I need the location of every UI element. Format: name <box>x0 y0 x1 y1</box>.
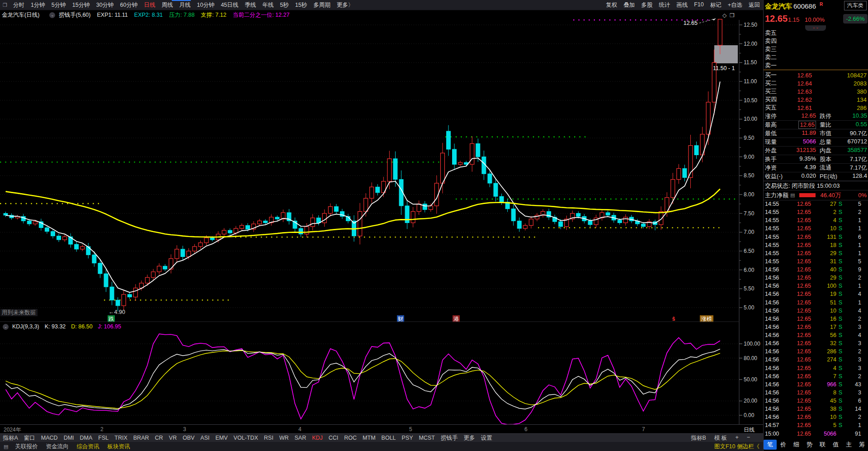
indicator-tab-ASI[interactable]: ASI <box>198 435 212 441</box>
indicator-bar-button-+[interactable]: + <box>731 434 742 442</box>
buy-row[interactable]: 买四12.62134 <box>764 95 868 104</box>
indicator-tab-设置[interactable]: 设置 <box>478 435 495 441</box>
main-net-row: 主力净额 ▤ 46.40万 0% <box>764 190 868 200</box>
indicator-tab-BRAR[interactable]: BRAR <box>130 435 152 441</box>
main-net-label: 主力净额 <box>764 191 788 199</box>
chart-annotations: 12.6511.50 - 1←4.90用到未来数据 <box>0 19 735 316</box>
indicator-tab-MACD[interactable]: MACD <box>38 435 61 441</box>
ma-line-EXP1 <box>6 81 720 292</box>
buy-row[interactable]: 买一12.65108427 <box>764 71 868 79</box>
corner-tab-主[interactable]: 主 <box>842 440 855 450</box>
indicator-tab-WR[interactable]: WR <box>276 435 292 441</box>
sell-row[interactable]: 卖五 <box>764 29 868 37</box>
corner-tab-细[interactable]: 细 <box>790 440 803 450</box>
indicator-tab-VOL-TDX[interactable]: VOL-TDX <box>231 435 261 441</box>
status-link-资金流向[interactable]: 资金流向 <box>42 443 72 450</box>
indicator-tab-更多[interactable]: 更多 <box>461 435 478 441</box>
svg-text:10.00: 10.00 <box>744 116 757 122</box>
sell-row[interactable]: 卖四 <box>764 37 868 45</box>
indicator-bar-button-−[interactable]: − <box>743 434 754 442</box>
indicator-tab-BOLL[interactable]: BOLL <box>378 435 399 441</box>
indicator-tab-捞钱手[interactable]: 捞钱手 <box>438 435 461 441</box>
buy-row[interactable]: 买五12.61286 <box>764 104 868 112</box>
svg-text:10.50: 10.50 <box>744 97 757 104</box>
svg-text:20.00: 20.00 <box>744 398 757 404</box>
indicator-tab-RSI[interactable]: RSI <box>261 435 276 441</box>
event-badges[interactable]: 跌财港ŝ涨榜 <box>108 315 713 322</box>
svg-text:8.00: 8.00 <box>744 191 755 198</box>
indicator-tab-PSY[interactable]: PSY <box>399 435 416 441</box>
drag-handle-box[interactable] <box>714 45 738 63</box>
indicator-tab-EMV[interactable]: EMV <box>212 435 231 441</box>
svg-text:ŝ: ŝ <box>672 316 675 322</box>
tick-row: 14:5612.6516S2 <box>764 315 868 323</box>
indicator-tab-MTM[interactable]: MTM <box>360 435 378 441</box>
stat-row: 现量5066总量670712 <box>764 138 868 147</box>
indicator-tab-CR[interactable]: CR <box>152 435 166 441</box>
indicator-tab-DMI[interactable]: DMI <box>61 435 77 441</box>
indicator-tab-VR[interactable]: VR <box>166 435 179 441</box>
indicator-tab-CCI[interactable]: CCI <box>326 435 341 441</box>
svg-text:6.50: 6.50 <box>744 248 755 254</box>
kdj-field: D: 86.50 <box>71 323 92 330</box>
status-link-板块资讯[interactable]: 板块资讯 <box>103 443 134 450</box>
sell-row[interactable]: 卖二 <box>764 53 868 62</box>
svg-text:9.50: 9.50 <box>744 135 755 141</box>
list-icon[interactable]: ▤ <box>788 192 797 198</box>
indicator-tab-ROC[interactable]: ROC <box>341 435 360 441</box>
indicator-tab-OBV[interactable]: OBV <box>179 435 197 441</box>
buy-row[interactable]: 买二12.642083 <box>764 79 868 87</box>
corner-tab-值[interactable]: 值 <box>829 440 842 450</box>
corner-tab-筹[interactable]: 筹 <box>855 440 868 450</box>
svg-text:0.00: 0.00 <box>744 412 755 418</box>
svg-text:←4.90: ←4.90 <box>108 309 125 315</box>
stat-row: 最高12.65量比0.55 <box>764 120 868 129</box>
svg-text:涨榜: 涨榜 <box>701 316 712 322</box>
tick-row: 14:5612.6540S9 <box>764 266 868 274</box>
month-label: 6 <box>524 426 528 432</box>
status-icon: ▤ <box>0 444 11 450</box>
diamond-icon[interactable]: ◇ <box>722 12 727 19</box>
corner-tab-势[interactable]: 势 <box>803 440 816 450</box>
sidebar-toggle[interactable]: 图文F10 侧边栏《 <box>714 443 763 451</box>
svg-text:港: 港 <box>453 316 459 322</box>
indicator-tab-FSL[interactable]: FSL <box>95 435 112 441</box>
status-link-综合资讯[interactable]: 综合资讯 <box>72 443 103 450</box>
sell-row[interactable]: 卖一 <box>764 62 868 70</box>
pane-icon[interactable]: ❒ <box>730 12 735 19</box>
indicator-tab-MCST[interactable]: MCST <box>416 435 438 441</box>
corner-tab-价[interactable]: 价 <box>777 440 790 450</box>
svg-text:7.00: 7.00 <box>744 229 755 235</box>
indicator-tab-TRIX[interactable]: TRIX <box>112 435 130 441</box>
main-chart[interactable]: 12.5012.0011.5011.0010.5010.009.509.008.… <box>0 0 763 424</box>
indicator-bar-button-模 板[interactable]: 模 板 <box>710 434 731 442</box>
collapse-circle-icon[interactable]: ⌄ <box>3 324 9 330</box>
indicator-bar-right: 指标B模 板+− <box>687 434 763 442</box>
industry-tag[interactable]: 汽车类 <box>844 1 867 10</box>
corner-tab-联[interactable]: 联 <box>816 440 829 450</box>
stat-row: 收益(-)0.020PE(动)128.4 <box>764 172 868 181</box>
indicator-tab-KDJ[interactable]: KDJ <box>309 435 326 441</box>
ma-line-EXP2 <box>6 189 720 237</box>
kdj-header: ⌄ KDJ(9,3,3)K: 93.32D: 86.50J: 106.95 <box>0 322 739 331</box>
tick-row: 14:5512.6531S5 <box>764 257 868 266</box>
status-link-关联报价[interactable]: 关联报价 <box>11 443 42 450</box>
indicator-tab-DMA[interactable]: DMA <box>77 435 95 441</box>
buy-row[interactable]: 买三12.63380 <box>764 87 868 95</box>
indicator-bar-button-指标B[interactable]: 指标B <box>687 434 710 442</box>
svg-text:5.50: 5.50 <box>744 285 755 292</box>
tick-list[interactable]: 14:5512.6527S514:5512.652S214:5512.654S1… <box>764 200 868 438</box>
indicator-tab-窗口[interactable]: 窗口 <box>21 435 38 441</box>
indicator-tab-SAR[interactable]: SAR <box>292 435 309 441</box>
corner-tab-笔[interactable]: 笔 <box>764 440 777 450</box>
tick-row: 14:5512.65131S6 <box>764 233 868 241</box>
indicator-tab-指标A[interactable]: 指标A <box>0 435 21 441</box>
sell-row[interactable]: 卖三 <box>764 45 868 53</box>
tick-row: 14:5612.654S3 <box>764 364 868 372</box>
tick-row: 14:5512.654S1 <box>764 216 868 224</box>
stat-row: 最低11.89市值90.7亿 <box>764 129 868 138</box>
candles <box>4 19 722 312</box>
tick-row: 14:5612.6545S6 <box>764 397 868 405</box>
tick-row: 14:5612.6532S3 <box>764 339 868 347</box>
svg-text:100.00: 100.00 <box>744 341 760 347</box>
